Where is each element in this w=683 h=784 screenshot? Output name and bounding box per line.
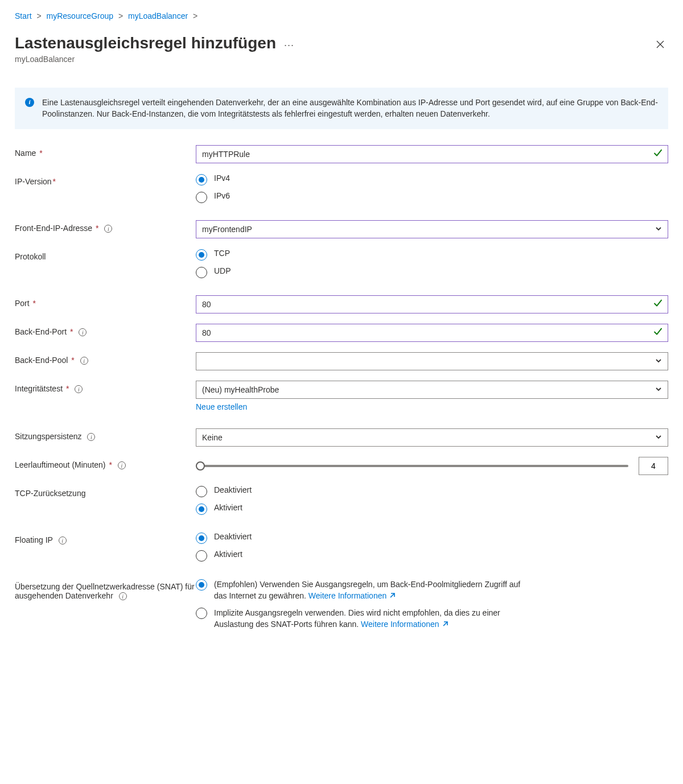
label-backend-pool: Back-End-Pool * i <box>15 352 196 365</box>
tcp-reset-group: Deaktiviert Aktiviert <box>196 485 668 515</box>
breadcrumb-item[interactable]: Start <box>15 11 32 20</box>
radio-udp[interactable]: UDP <box>196 266 668 278</box>
check-icon <box>653 148 663 159</box>
label-port: Port * <box>15 295 196 308</box>
info-icon[interactable]: i <box>87 433 95 441</box>
check-icon <box>653 298 663 309</box>
frontend-ip-select[interactable]: myFrontendIP <box>196 220 668 238</box>
backend-pool-select[interactable] <box>196 352 668 370</box>
idle-timeout-value[interactable] <box>639 457 668 475</box>
info-icon[interactable]: i <box>79 328 87 336</box>
label-floating-ip: Floating IP i <box>15 532 196 545</box>
radio-icon <box>196 550 207 562</box>
backend-port-input[interactable] <box>196 324 668 342</box>
port-input[interactable] <box>196 295 668 313</box>
session-persistence-select[interactable]: Keine <box>196 428 668 447</box>
label-tcp-reset: TCP-Zurücksetzung <box>15 485 196 498</box>
create-new-probe-link[interactable]: Neue erstellen <box>196 402 247 411</box>
radio-icon <box>196 192 207 203</box>
radio-icon <box>196 608 207 619</box>
breadcrumb: Start > myResourceGroup > myLoadBalancer… <box>15 11 668 20</box>
label-frontend-ip: Front-End-IP-Adresse * i <box>15 220 196 233</box>
snat-learn-more-link-1[interactable]: Weitere Informationen <box>308 591 396 600</box>
chevron-right-icon: > <box>118 11 123 20</box>
radio-tcp-reset-disabled[interactable]: Deaktiviert <box>196 485 668 497</box>
label-idle-timeout: Leerlauftimeout (Minuten) * i <box>15 457 196 470</box>
more-actions-button[interactable]: ··· <box>284 39 294 51</box>
chevron-down-icon <box>655 225 662 234</box>
radio-icon <box>196 267 207 278</box>
info-icon[interactable]: i <box>104 225 112 233</box>
radio-floating-ip-enabled[interactable]: Aktiviert <box>196 550 668 562</box>
chevron-right-icon: > <box>193 11 198 20</box>
chevron-down-icon <box>655 433 662 442</box>
radio-ipv6[interactable]: IPv6 <box>196 191 668 203</box>
check-icon <box>653 327 663 337</box>
info-banner: i Eine Lastenausgleichsregel verteilt ei… <box>15 88 668 129</box>
info-banner-text: Eine Lastenausgleichsregel verteilt eing… <box>42 97 658 120</box>
label-backend-port: Back-End-Port * i <box>15 324 196 337</box>
breadcrumb-item[interactable]: myLoadBalancer <box>128 11 188 20</box>
label-snat: Übersetzung der Quellnetzwerkadresse (SN… <box>15 579 196 601</box>
info-icon[interactable]: i <box>119 592 127 600</box>
radio-tcp[interactable]: TCP <box>196 249 668 261</box>
close-icon <box>656 40 665 49</box>
floating-ip-group: Deaktiviert Aktiviert <box>196 532 668 562</box>
form: Name * IP-Version* IPv4 IPv6 <box>15 145 668 630</box>
radio-icon <box>196 579 207 591</box>
breadcrumb-item[interactable]: myResourceGroup <box>47 11 114 20</box>
label-session-persistence: Sitzungspersistenz i <box>15 428 196 441</box>
name-input[interactable] <box>196 145 668 163</box>
chevron-right-icon: > <box>36 11 41 20</box>
radio-tcp-reset-enabled[interactable]: Aktiviert <box>196 503 668 515</box>
radio-ipv4[interactable]: IPv4 <box>196 174 668 185</box>
radio-icon <box>196 533 207 544</box>
radio-icon <box>196 486 207 497</box>
chevron-down-icon <box>655 357 662 366</box>
idle-timeout-slider[interactable] <box>196 460 628 472</box>
label-protocol: Protokoll <box>15 249 196 261</box>
info-icon[interactable]: i <box>80 357 88 365</box>
radio-floating-ip-disabled[interactable]: Deaktiviert <box>196 532 668 544</box>
info-icon[interactable]: i <box>118 461 126 469</box>
health-probe-select[interactable]: (Neu) myHealthProbe <box>196 381 668 399</box>
slider-track <box>196 465 628 467</box>
ip-version-group: IPv4 IPv6 <box>196 174 668 203</box>
radio-snat-implicit[interactable]: Implizite Ausgangsregeln verwenden. Dies… <box>196 607 668 630</box>
page-subtitle: myLoadBalancer <box>15 55 294 64</box>
info-icon: i <box>25 98 34 107</box>
radio-icon <box>196 174 207 185</box>
protocol-group: TCP UDP <box>196 249 668 278</box>
radio-icon <box>196 249 207 261</box>
info-icon[interactable]: i <box>59 537 67 544</box>
page-title: Lastenausgleichsregel hinzufügen <box>15 34 276 52</box>
info-icon[interactable]: i <box>75 385 83 393</box>
external-link-icon <box>442 618 449 630</box>
snat-learn-more-link-2[interactable]: Weitere Informationen <box>361 620 448 629</box>
close-button[interactable] <box>652 38 668 54</box>
snat-group: (Empfohlen) Verwenden Sie Ausgangsregeln… <box>196 579 668 630</box>
chevron-down-icon <box>655 385 662 394</box>
label-name: Name * <box>15 145 196 158</box>
external-link-icon <box>389 590 396 601</box>
label-health-probe: Integritätstest * i <box>15 381 196 394</box>
radio-icon <box>196 504 207 515</box>
page-header: Lastenausgleichsregel hinzufügen ··· myL… <box>15 34 668 64</box>
radio-snat-recommended[interactable]: (Empfohlen) Verwenden Sie Ausgangsregeln… <box>196 579 668 602</box>
slider-thumb[interactable] <box>196 461 205 471</box>
label-ip-version: IP-Version* <box>15 174 196 186</box>
